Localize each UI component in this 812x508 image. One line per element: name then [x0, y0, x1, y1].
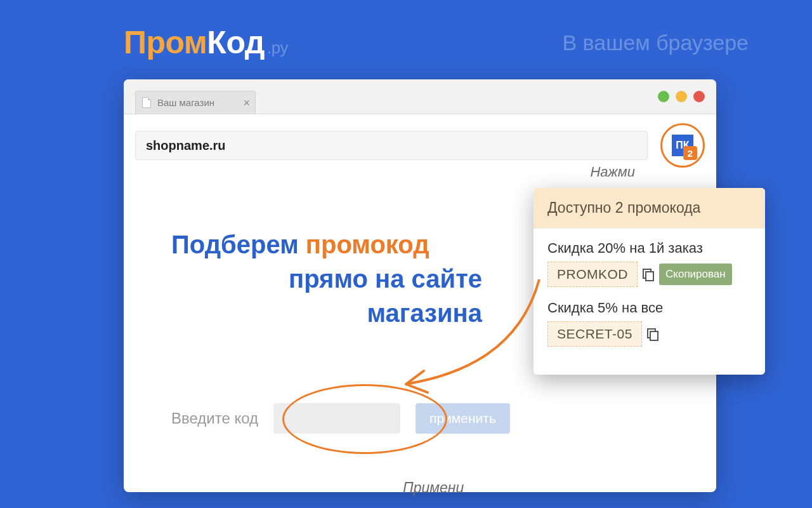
- maximize-dot[interactable]: [676, 91, 687, 102]
- tab-bar: Ваш магазин ×: [124, 79, 716, 114]
- promo-code[interactable]: PROMKOD: [547, 262, 638, 287]
- browser-tab[interactable]: Ваш магазин ×: [135, 91, 256, 114]
- code-label: Введите код: [171, 410, 258, 427]
- logo-suffix: .ру: [267, 38, 288, 57]
- headline-line2: прямо на сайте: [171, 262, 482, 296]
- promo-description: Скидка 20% на 1й заказ: [547, 240, 751, 257]
- extension-badge-count: 2: [683, 146, 697, 160]
- address-text: shopname.ru: [146, 138, 226, 153]
- tagline: В вашем браузере: [562, 30, 749, 55]
- code-input[interactable]: [273, 403, 400, 434]
- promo-item: Скидка 20% на 1й заказ PROMKOD Скопирова…: [547, 240, 751, 287]
- minimize-dot[interactable]: [658, 91, 669, 102]
- page-header: ПромКод.ру В вашем браузере: [124, 24, 749, 61]
- promo-description: Скидка 5% на все: [547, 300, 751, 316]
- apply-button[interactable]: применить: [416, 403, 510, 434]
- hint-click-label: Нажми: [590, 164, 635, 180]
- tab-title: Ваш магазин: [157, 97, 214, 108]
- popup-body: Скидка 20% на 1й заказ PROMKOD Скопирова…: [534, 229, 765, 375]
- headline-line3: магазина: [171, 296, 482, 330]
- copy-icon[interactable]: [647, 328, 658, 340]
- window-controls: [658, 91, 705, 102]
- copy-icon[interactable]: [643, 269, 654, 280]
- extension-icon: ПК 2: [672, 135, 693, 156]
- code-entry-row: Введите код применить: [171, 403, 681, 434]
- file-icon: [142, 97, 151, 108]
- close-icon[interactable]: ×: [243, 97, 250, 109]
- extension-button[interactable]: ПК 2: [660, 123, 705, 168]
- promo-code-row: PROMKOD Скопирован: [547, 262, 751, 287]
- copied-badge: Скопирован: [659, 264, 732, 285]
- close-dot[interactable]: [693, 91, 705, 102]
- headline-pre: Подберем: [171, 231, 306, 258]
- logo: ПромКод.ру: [124, 24, 288, 61]
- logo-part1: Пром: [124, 25, 207, 60]
- promo-code[interactable]: SECRET-05: [547, 321, 642, 347]
- promo-item: Скидка 5% на все SECRET-05: [547, 300, 751, 347]
- popup-header: Доступно 2 промокода: [534, 188, 765, 229]
- headline-accent: промокод: [306, 231, 429, 258]
- promo-code-row: SECRET-05: [547, 321, 751, 347]
- promocode-popup: Доступно 2 промокода Скидка 20% на 1й за…: [534, 188, 765, 375]
- hint-apply-label: Примени: [403, 479, 464, 497]
- address-bar[interactable]: shopname.ru: [135, 131, 648, 160]
- logo-part2: Код: [207, 25, 265, 60]
